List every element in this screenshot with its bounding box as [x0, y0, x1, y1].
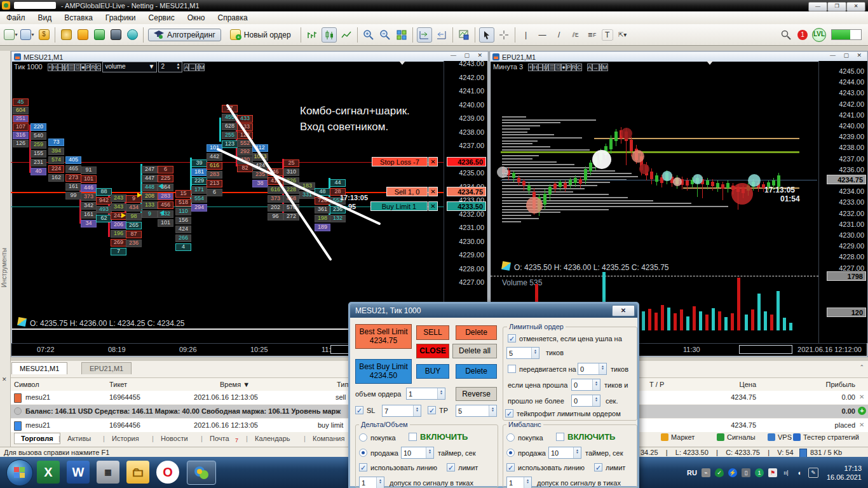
vertical-line-icon[interactable]: |: [519, 28, 533, 42]
imb-timer-spinner[interactable]: 10▲▼: [548, 447, 581, 459]
column-header-profit[interactable]: Прибыль: [798, 381, 855, 388]
menu-item-Вставка[interactable]: Вставка: [58, 11, 99, 22]
sl-spinner[interactable]: 7▲▼: [382, 405, 421, 417]
takeprofit-limit-checkbox[interactable]: ✓: [505, 409, 513, 417]
toolbox-tab-Компания[interactable]: Компания: [313, 435, 344, 442]
elapsed-spinner[interactable]: 0▲▼: [571, 395, 600, 407]
chart-tool-☲[interactable]: ☲: [74, 64, 81, 71]
signal-bars-icon[interactable]: ıı|: [782, 468, 790, 477]
history-center-icon[interactable]: [59, 28, 73, 42]
delta-timer-spinner[interactable]: 10▲▼: [401, 447, 434, 459]
chart-tool-●[interactable]: ●: [561, 64, 566, 71]
delete-buy-button[interactable]: Delete: [456, 364, 497, 379]
reverse-button[interactable]: Reverse: [456, 387, 497, 401]
bar-chart-icon[interactable]: [305, 28, 319, 42]
time-scrollbar-thumb[interactable]: [739, 345, 792, 354]
toolbox-tab-Торговля[interactable]: Торговля: [14, 433, 60, 444]
chart-tool-+[interactable]: +: [48, 64, 52, 71]
column-header-time[interactable]: Время ▼: [220, 381, 250, 388]
shapes-dropdown-icon[interactable]: ⇱▾: [616, 28, 630, 42]
tablet-input-icon[interactable]: ✎: [808, 468, 818, 478]
speaker-icon[interactable]: ◖: [795, 468, 804, 477]
cancel-order-icon[interactable]: ✕: [859, 393, 864, 400]
new-order-plus-icon[interactable]: +: [858, 407, 866, 415]
menu-item-Сервис[interactable]: Сервис: [142, 11, 181, 22]
menu-item-Графики[interactable]: Графики: [99, 11, 142, 22]
delta-use-line-checkbox[interactable]: ✓: [359, 463, 367, 471]
remote-access-icon[interactable]: ⌁: [702, 468, 710, 477]
toolbox-tab-Активы[interactable]: Активы: [67, 435, 91, 442]
shift-marker-icon[interactable]: [707, 61, 713, 65]
chart-tool-☰[interactable]: ☰: [68, 64, 74, 71]
imb-enable-checkbox[interactable]: [556, 433, 564, 441]
imb-use-line-checkbox[interactable]: ✓: [506, 463, 515, 471]
chart-tool-→[interactable]: →: [189, 64, 196, 71]
tp-checkbox[interactable]: ✓: [428, 406, 436, 414]
excel-icon[interactable]: X: [37, 461, 60, 484]
tp-spinner[interactable]: 5▲▼: [456, 405, 497, 417]
trade-level-label[interactable]: Stop Loss -7: [372, 157, 428, 166]
cancel-if-checkbox[interactable]: ✓: [508, 334, 516, 342]
search-icon[interactable]: [779, 28, 793, 42]
chart-tool-☰[interactable]: ☰: [548, 64, 555, 71]
action-center-flag-icon[interactable]: ⚑: [768, 468, 777, 477]
equidistant-channel-icon[interactable]: ⫽E: [569, 28, 583, 42]
volume-mode-dropdown[interactable]: volume▼: [102, 62, 157, 72]
chart-tool-C[interactable]: C: [576, 64, 582, 71]
close-button[interactable]: ✕: [846, 2, 865, 11]
imb-sell-radio[interactable]: [506, 449, 515, 457]
chart-tool-C[interactable]: C: [96, 64, 102, 71]
trade-level-label[interactable]: Buy Limit 1: [370, 201, 428, 211]
cluster-size-spinner[interactable]: 2▲▼: [158, 62, 182, 72]
menu-item-Файл[interactable]: Файл: [0, 11, 32, 22]
menu-item-Окно[interactable]: Окно: [181, 11, 212, 22]
toolbox-tab-Новости[interactable]: Новости: [161, 435, 188, 442]
dialog-title-bar[interactable]: MESU21, Тик 1000: [350, 304, 637, 318]
chart-window-title-bar[interactable]: EPU21,M1 — ▢ ✕: [491, 52, 867, 62]
toolbox-tab-Календарь[interactable]: Календарь: [255, 435, 290, 442]
chart-tool-☲[interactable]: ☲: [555, 64, 561, 71]
profiles-icon[interactable]: ▾: [20, 28, 34, 42]
left-price-scale[interactable]: 4243.004242.004241.004240.004239.004238.…: [444, 61, 487, 343]
right-price-scale[interactable]: 4245.004244.004243.004242.004241.004240.…: [818, 61, 867, 343]
delta-buy-radio[interactable]: [359, 433, 367, 442]
chart-tool-I[interactable]: I: [543, 64, 546, 71]
notifications-icon[interactable]: 1: [796, 28, 810, 42]
zoom-in-icon[interactable]: [362, 28, 376, 42]
language-indicator[interactable]: RU: [687, 469, 697, 477]
restore-button[interactable]: ❐: [827, 2, 846, 11]
chart-tool-M[interactable]: M: [602, 64, 608, 71]
start-button[interactable]: [6, 459, 33, 486]
chart-tool-H[interactable]: H: [532, 64, 538, 71]
taskbar-clock[interactable]: 17:13 16.06.2021: [827, 464, 862, 482]
algotrading-button[interactable]: Алготрейдинг: [148, 29, 221, 41]
delta-enable-checkbox[interactable]: [409, 433, 417, 441]
market-icon[interactable]: [76, 28, 90, 42]
text-tool-icon[interactable]: T: [602, 29, 613, 41]
zoom-out-icon[interactable]: [378, 28, 392, 42]
column-header-symbol[interactable]: Символ: [14, 381, 39, 388]
trade-level-close-icon[interactable]: ✕: [428, 187, 438, 196]
column-header-ticket[interactable]: Тикет: [109, 381, 127, 388]
save-template-icon[interactable]: [457, 28, 471, 42]
imb-limit-checkbox[interactable]: ✓: [594, 463, 602, 471]
metatrader5-taskbar-icon[interactable]: [187, 461, 216, 485]
horizontal-line-icon[interactable]: —: [536, 28, 550, 42]
column-header-price[interactable]: Цена: [718, 381, 756, 388]
order-volume-spinner[interactable]: 1▲▼: [406, 388, 445, 400]
panel-button-Тестер стратегий[interactable]: Тестер стратегий: [793, 433, 859, 441]
level-line[interactable]: [501, 151, 799, 153]
vps-icon[interactable]: [109, 28, 123, 42]
trade-level-label[interactable]: Sell 1, 0: [386, 187, 428, 196]
indicators-icon[interactable]: [92, 28, 106, 42]
line-chart-icon[interactable]: [339, 28, 353, 42]
delta-sell-radio[interactable]: [359, 449, 367, 457]
chart-tool-−[interactable]: −: [58, 64, 62, 71]
toolbox-tab-Почта[interactable]: Почта: [210, 435, 229, 442]
toolbox-tab-История[interactable]: История: [112, 435, 139, 442]
chart-tab-MESU21,M1[interactable]: MESU21,M1: [11, 362, 67, 374]
panel-button-Сигналы[interactable]: Сигналы: [717, 433, 756, 441]
symbols-icon[interactable]: $: [37, 28, 51, 42]
new-chart-icon[interactable]: ▾: [4, 28, 18, 42]
chart-tool-R[interactable]: R: [571, 64, 577, 71]
